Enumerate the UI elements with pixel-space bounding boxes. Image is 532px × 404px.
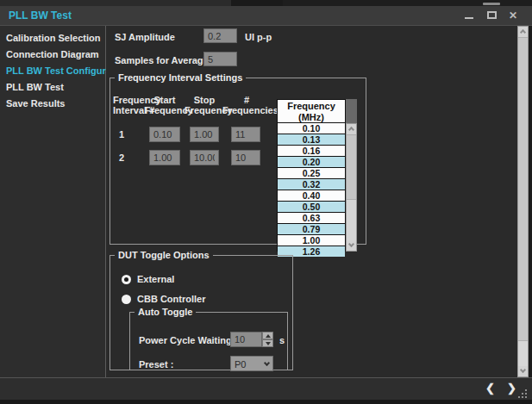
page-scroll-thumb[interactable] <box>518 37 528 341</box>
window-title: PLL BW Test <box>9 9 72 22</box>
interval-2-number: 2 <box>119 152 124 163</box>
next-page-button[interactable]: ❯ <box>507 382 516 395</box>
page-scroll-up-button[interactable] <box>518 27 528 37</box>
dock-tab-handle-icon <box>483 3 500 5</box>
preset-selected-value: P0 <box>235 359 246 370</box>
frequency-cell[interactable]: 0.25 <box>278 168 345 179</box>
cbb-controller-radio[interactable] <box>122 295 131 304</box>
minimize-icon <box>465 17 473 19</box>
chevron-up-icon <box>520 29 526 35</box>
interval-1-stop-input[interactable] <box>190 127 219 142</box>
page-scroll-down-button[interactable] <box>518 366 528 376</box>
cbb-controller-radio-label[interactable]: CBB Controller <box>137 294 205 304</box>
chevron-down-icon <box>348 241 354 247</box>
title-bar: PLL BW Test ✕ <box>0 6 532 26</box>
frequency-table-header-filler <box>346 99 357 123</box>
frequency-cell[interactable]: 0.10 <box>278 123 345 134</box>
close-button[interactable]: ✕ <box>505 6 523 25</box>
maximize-icon <box>487 11 497 19</box>
page-scrollbar[interactable] <box>517 26 529 377</box>
spinner-up-button[interactable] <box>262 332 273 339</box>
column-header-stop-frequency: Stop Frequency <box>185 95 224 115</box>
preset-select[interactable]: P0 <box>230 356 273 371</box>
chevron-down-icon <box>264 360 270 366</box>
dut-toggle-options-title: DUT Toggle Options <box>115 250 213 260</box>
table-scroll-down-button[interactable] <box>347 240 356 251</box>
frequency-table-scrollbar[interactable] <box>346 123 357 252</box>
screen-top-strip <box>0 0 532 6</box>
frequency-cell[interactable]: 1.00 <box>278 235 345 246</box>
frequency-cell[interactable]: 0.32 <box>278 179 345 190</box>
frequency-table-rows: 0.10 0.13 0.16 0.20 0.25 0.32 0.40 0.50 … <box>277 123 346 252</box>
sj-amplitude-unit: UI p-p <box>245 32 272 42</box>
external-radio[interactable] <box>122 275 131 284</box>
frequency-table: Frequency (MHz) 0.10 0.13 0.16 0.20 0.25… <box>277 99 357 252</box>
frequency-cell[interactable]: 0.13 <box>278 134 345 146</box>
frequency-cell[interactable]: 0.79 <box>278 224 345 235</box>
power-cycle-waiting-input[interactable] <box>230 332 262 347</box>
sidebar-item-pll-bw-test[interactable]: PLL BW Test <box>0 79 105 96</box>
frequency-cell[interactable]: 0.63 <box>278 213 345 224</box>
interval-1-start-input[interactable] <box>149 127 180 142</box>
window-bottom-edge <box>0 400 532 404</box>
column-header-start-frequency: Start Frequency <box>145 95 185 115</box>
frequency-cell[interactable]: 0.20 <box>278 157 345 168</box>
main-panel: SJ Amplitude UI p-p Samples for Averagin… <box>106 26 517 377</box>
spinner-down-button[interactable] <box>262 339 273 347</box>
sidebar-item-save-results[interactable]: Save Results <box>0 96 105 112</box>
dock-tab[interactable] <box>231 0 283 6</box>
dut-toggle-options-group: DUT Toggle Options External CBB Controll… <box>110 250 293 370</box>
sj-amplitude-label: SJ Amplitude <box>115 32 175 42</box>
chevron-up-icon <box>348 127 354 133</box>
power-cycle-waiting-unit: s <box>279 335 285 345</box>
top-strip-segment <box>0 0 231 6</box>
samples-for-averaging-label: Samples for Averaging <box>115 55 217 65</box>
minimize-button[interactable] <box>460 6 478 25</box>
resize-grip[interactable] <box>518 389 529 400</box>
interval-2-start-input[interactable] <box>149 150 180 165</box>
interval-1-count-input[interactable] <box>231 127 260 142</box>
frequency-table-header: Frequency (MHz) <box>277 99 346 123</box>
chevron-down-icon <box>520 367 526 373</box>
frequency-cell[interactable]: 0.50 <box>278 202 345 213</box>
samples-for-averaging-input[interactable] <box>203 52 237 66</box>
preset-label: Preset : <box>139 359 173 370</box>
power-cycle-waiting-label: Power Cycle Waiting : <box>139 335 238 345</box>
previous-page-button[interactable]: ❮ <box>485 382 495 395</box>
power-cycle-waiting-spinner <box>230 332 273 347</box>
footer-bar: ❮ ❯ <box>0 377 532 400</box>
frequency-cell[interactable]: 0.40 <box>278 190 345 202</box>
auto-toggle-group: Auto Toggle Power Cycle Waiting : s Pres… <box>129 307 288 370</box>
interval-1-number: 1 <box>119 129 124 140</box>
interval-2-count-input[interactable] <box>231 150 260 165</box>
close-icon: ✕ <box>509 9 517 22</box>
sidebar-item-calibration-selection[interactable]: Calibration Selection <box>0 30 105 47</box>
auto-toggle-title: Auto Toggle <box>135 307 196 317</box>
interval-2-stop-input[interactable] <box>190 150 219 165</box>
sj-amplitude-input[interactable] <box>203 28 237 43</box>
external-radio-label[interactable]: External <box>137 274 174 284</box>
sidebar-item-connection-diagram[interactable]: Connection Diagram <box>0 47 105 63</box>
maximize-button[interactable] <box>483 6 500 25</box>
frequency-interval-settings-group: Frequency Interval Settings Frequency In… <box>110 72 366 245</box>
sidebar: Calibration Selection Connection Diagram… <box>0 26 106 377</box>
table-scroll-up-button[interactable] <box>347 124 356 134</box>
sidebar-item-pll-bw-test-configuration[interactable]: PLL BW Test Configuration <box>0 63 105 79</box>
table-scroll-thumb[interactable] <box>347 134 356 200</box>
column-header-num-frequencies: # Frequencies <box>222 95 271 115</box>
frequency-cell[interactable]: 0.16 <box>278 146 345 157</box>
frequency-interval-settings-title: Frequency Interval Settings <box>115 72 246 83</box>
